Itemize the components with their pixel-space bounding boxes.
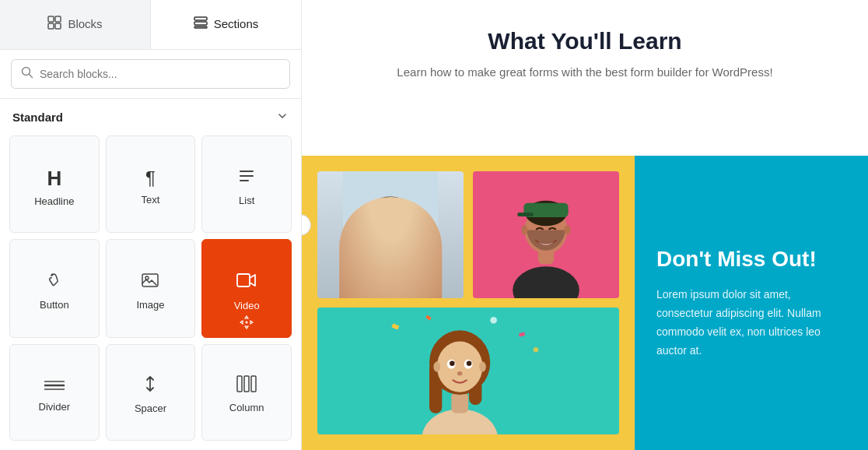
video-icon <box>236 270 257 295</box>
blocks-icon <box>47 16 61 32</box>
svg-point-16 <box>246 321 248 323</box>
svg-rect-43 <box>517 213 533 216</box>
search-input[interactable] <box>40 68 280 80</box>
block-video[interactable]: Video <box>201 239 292 337</box>
svg-point-58 <box>433 362 440 372</box>
svg-rect-0 <box>48 16 54 22</box>
photo-person2 <box>473 171 619 298</box>
yellow-photo-area <box>302 156 635 450</box>
tab-sections-label: Sections <box>214 17 259 30</box>
svg-point-24 <box>360 264 420 298</box>
text-icon: ¶ <box>145 167 156 189</box>
svg-rect-4 <box>194 17 207 20</box>
svg-rect-25 <box>383 247 398 266</box>
svg-point-32 <box>395 228 401 235</box>
learn-section: What You'll Learn Learn how to make grea… <box>302 0 868 156</box>
block-video-label: Video <box>234 300 260 311</box>
search-box <box>11 59 290 89</box>
svg-rect-22 <box>251 376 256 392</box>
divider-icon <box>44 376 65 396</box>
block-column[interactable]: Column <box>201 344 292 441</box>
block-list[interactable]: List <box>201 135 292 233</box>
sidebar: Blocks Sections Sta <box>0 0 302 450</box>
svg-point-34 <box>397 230 401 234</box>
photo-person3 <box>317 308 619 434</box>
svg-point-31 <box>380 228 386 235</box>
blocks-grid: H Headline ¶ Text List <box>0 132 301 450</box>
svg-rect-21 <box>244 376 249 392</box>
spacer-icon <box>141 374 159 398</box>
main-content: What You'll Learn Learn how to make grea… <box>302 0 868 450</box>
block-headline[interactable]: H Headline <box>9 135 100 233</box>
svg-point-26 <box>368 206 412 256</box>
block-divider[interactable]: Divider <box>9 344 100 441</box>
svg-point-12 <box>51 273 53 276</box>
promo-text: Lorem ipsum dolor sit amet, consectetur … <box>656 286 846 360</box>
svg-rect-15 <box>237 274 250 287</box>
svg-rect-1 <box>55 16 61 22</box>
svg-rect-3 <box>55 23 61 29</box>
svg-point-35 <box>388 239 393 242</box>
svg-rect-23 <box>343 171 438 298</box>
svg-line-8 <box>30 75 33 78</box>
block-spacer[interactable]: Spacer <box>106 344 196 441</box>
tab-blocks[interactable]: Blocks <box>0 0 151 49</box>
svg-point-27 <box>367 197 413 226</box>
learn-subtitle: Learn how to make great forms with the b… <box>320 65 849 79</box>
svg-point-50 <box>490 317 497 324</box>
block-image-label: Image <box>136 299 164 311</box>
button-icon <box>45 271 64 294</box>
svg-rect-2 <box>48 23 54 29</box>
svg-rect-53 <box>451 392 468 413</box>
block-text[interactable]: ¶ Text <box>106 135 196 233</box>
column-icon <box>236 375 257 397</box>
block-divider-label: Divider <box>39 401 70 413</box>
standard-label: Standard <box>12 111 63 124</box>
learn-title: What You'll Learn <box>320 28 849 54</box>
search-icon <box>21 66 33 82</box>
svg-rect-5 <box>194 22 207 25</box>
block-button[interactable]: Button <box>9 239 100 337</box>
svg-rect-6 <box>194 26 207 28</box>
tab-blocks-label: Blocks <box>68 17 102 30</box>
chevron-down-icon[interactable] <box>276 110 289 125</box>
standard-section-header: Standard <box>0 99 301 132</box>
block-image[interactable]: Image <box>106 239 196 337</box>
content-area: What You'll Learn Learn how to make grea… <box>302 0 868 450</box>
block-text-label: Text <box>142 194 160 206</box>
svg-point-59 <box>479 362 486 372</box>
block-list-label: List <box>239 195 254 206</box>
svg-point-57 <box>437 341 483 392</box>
svg-point-62 <box>450 360 455 366</box>
tab-sections[interactable]: Sections <box>151 0 301 49</box>
sections-icon <box>194 16 208 32</box>
search-area <box>0 50 301 99</box>
svg-point-30 <box>408 226 416 237</box>
photo-person1 <box>317 171 464 298</box>
block-headline-label: Headline <box>34 195 74 207</box>
bottom-section: Don't Miss Out! Lorem ipsum dolor sit am… <box>302 156 868 450</box>
svg-point-64 <box>457 371 463 375</box>
move-icon <box>240 315 254 332</box>
list-icon <box>237 167 256 190</box>
svg-rect-20 <box>237 376 242 392</box>
block-column-label: Column <box>229 402 264 413</box>
block-spacer-label: Spacer <box>135 403 166 414</box>
svg-point-33 <box>380 230 384 234</box>
promo-area: Don't Miss Out! Lorem ipsum dolor sit am… <box>635 156 868 450</box>
svg-point-63 <box>467 360 472 366</box>
headline-icon: H <box>47 167 61 191</box>
image-icon <box>141 271 159 294</box>
svg-point-44 <box>521 225 527 234</box>
svg-point-51 <box>534 347 539 353</box>
block-button-label: Button <box>40 299 69 311</box>
svg-point-29 <box>364 226 372 237</box>
sidebar-tabs: Blocks Sections <box>0 0 301 50</box>
svg-point-28 <box>367 209 413 225</box>
svg-point-45 <box>564 225 570 234</box>
promo-title: Don't Miss Out! <box>656 246 846 272</box>
